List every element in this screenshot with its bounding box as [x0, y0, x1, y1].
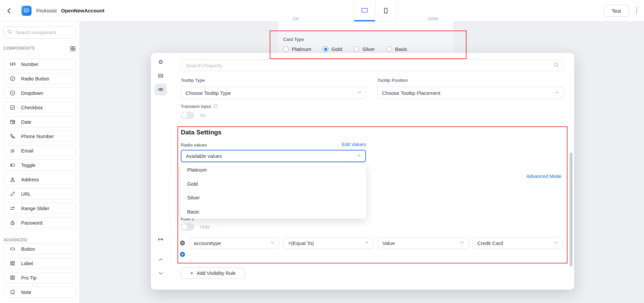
- rule-hide-label: Hide: [200, 224, 210, 230]
- chevron-down-icon: [365, 240, 369, 246]
- sidebar-item-phone-number[interactable]: Phone Number: [3, 131, 76, 142]
- range-slider-icon: [9, 205, 16, 212]
- visibility-eye-icon[interactable]: [155, 83, 167, 96]
- fields-table-icon[interactable]: [155, 70, 167, 82]
- sidebar-item-pro-tip[interactable]: Pro Tip: [3, 272, 76, 283]
- dropdown-option-basic[interactable]: Basic: [181, 205, 366, 219]
- sidebar-item-email[interactable]: @Email: [3, 145, 76, 156]
- button-icon: [9, 246, 16, 252]
- dropdown-option-gold[interactable]: Gold: [181, 177, 366, 191]
- panel-scrollbar[interactable]: [570, 153, 573, 266]
- data-settings-title: Data Settings: [181, 129, 221, 136]
- tab-desktop-preview[interactable]: [354, 0, 375, 21]
- properties-panel: ⚙ ↦: [151, 53, 574, 290]
- sidebar-item-note[interactable]: Note: [3, 287, 76, 298]
- tooltip-type-select[interactable]: Choose Tooltip Type: [181, 87, 366, 99]
- card-type-radio-basic[interactable]: Basic: [386, 46, 408, 52]
- edit-values-link[interactable]: Edit Values: [181, 142, 366, 147]
- property-search: [181, 60, 564, 71]
- number-icon: 123: [9, 61, 16, 68]
- add-condition-icon[interactable]: [180, 252, 185, 257]
- settings-icon[interactable]: ⚙: [155, 56, 167, 68]
- chevron-down-icon: [270, 240, 275, 246]
- device-preview-tabs: [354, 0, 396, 21]
- radio-unselected-icon: [354, 46, 359, 52]
- card-type-radio-group: PlatinumGoldSilverBasic: [283, 46, 407, 52]
- header-divider: [56, 6, 57, 15]
- component-grid-view-icon[interactable]: [70, 46, 76, 52]
- dropdown-option-silver[interactable]: Silver: [181, 191, 366, 205]
- sidebar-item-url[interactable]: URL: [3, 188, 76, 199]
- advanced-section-label: ADVANCED: [3, 238, 28, 242]
- add-visibility-rule-button[interactable]: + Add Visibility Rule: [181, 267, 245, 279]
- sidebar-item-checkbox[interactable]: Checkbox: [3, 102, 76, 113]
- search-icon: [553, 62, 559, 69]
- sidebar-item-label[interactable]: Label: [3, 258, 76, 269]
- checkbox-icon: [9, 104, 16, 111]
- mobile-icon: [384, 8, 387, 13]
- label-icon: [9, 260, 16, 267]
- search-component-input[interactable]: [15, 29, 73, 36]
- sidebar-item-toggle[interactable]: Toggle: [3, 160, 76, 171]
- range-min-clipped: 100: [292, 17, 299, 21]
- sidebar-item-dropdown[interactable]: Dropdown: [3, 87, 76, 99]
- scroll-up-icon[interactable]: [155, 254, 167, 266]
- dropdown-option-platinum[interactable]: Platinum: [181, 163, 366, 177]
- sidebar-item-radio-button[interactable]: Radio Button: [3, 73, 76, 84]
- rule-hide-toggle[interactable]: [181, 223, 194, 231]
- card-type-radio-platinum[interactable]: Platinum: [283, 46, 311, 52]
- password-icon: [9, 220, 16, 226]
- radio-option-label: Basic: [395, 46, 408, 52]
- radio-values-select[interactable]: Available values: [181, 150, 366, 162]
- form-name: OpenNewAccount: [61, 8, 104, 13]
- scroll-down-icon[interactable]: [155, 267, 167, 279]
- chevron-down-icon: [555, 90, 559, 96]
- radio-values-options: PlatinumGoldSilverBasic: [181, 163, 366, 219]
- protip-icon: [9, 275, 16, 281]
- address-icon: [9, 176, 16, 183]
- condition-operator-select[interactable]: =(Equal To): [283, 237, 373, 249]
- test-button[interactable]: Test: [604, 5, 629, 17]
- tooltip-position-select[interactable]: Choose Tooltip Placement: [377, 87, 564, 99]
- component-label: Number: [21, 62, 39, 67]
- card-type-radio-gold[interactable]: Gold: [323, 46, 342, 52]
- date-icon: [9, 119, 16, 125]
- search-property-input[interactable]: [185, 62, 551, 69]
- component-label: Toggle: [21, 163, 36, 168]
- condition-value-select[interactable]: Credit Card: [473, 237, 563, 249]
- sidebar-item-password[interactable]: Password: [3, 217, 76, 228]
- sidebar-item-number[interactable]: 123Number: [3, 59, 76, 70]
- component-label: Email: [21, 148, 33, 154]
- condition-value-type-select[interactable]: Value: [378, 237, 469, 249]
- more-options-icon[interactable]: ⋮: [633, 6, 640, 14]
- plus-icon: +: [190, 270, 194, 277]
- component-label: Dropdown: [21, 90, 43, 96]
- svg-text:?: ?: [214, 105, 216, 108]
- collapse-panel-icon[interactable]: ↦: [155, 233, 167, 245]
- monitor-icon: [362, 8, 367, 13]
- help-icon[interactable]: ?: [213, 104, 218, 109]
- remove-condition-icon[interactable]: [180, 240, 185, 246]
- sidebar-item-date[interactable]: Date: [3, 116, 76, 127]
- note-icon: [9, 289, 16, 296]
- sidebar-item-button[interactable]: Button: [3, 243, 76, 254]
- component-search: [3, 26, 76, 39]
- back-button[interactable]: [5, 7, 13, 15]
- card-type-radio-silver[interactable]: Silver: [354, 46, 375, 52]
- email-icon: @: [9, 147, 16, 154]
- transient-input-label: Transient Input ?: [181, 104, 218, 109]
- url-icon: [9, 191, 16, 197]
- tab-mobile-preview[interactable]: [375, 0, 396, 21]
- condition-field-select[interactable]: accounttype: [189, 237, 279, 249]
- advanced-mode-link[interactable]: Advanced Mode: [377, 174, 561, 179]
- components-list: 123NumberRadio ButtonDropdownCheckboxDat…: [3, 59, 76, 228]
- components-sidebar: COMPONENTS 123NumberRadio ButtonDropdown…: [0, 21, 80, 303]
- component-label: Checkbox: [21, 105, 43, 110]
- panel-icon-rail: ⚙ ↦: [151, 53, 170, 290]
- sidebar-item-range-slider[interactable]: Range Slider: [3, 203, 76, 214]
- sidebar-item-address[interactable]: Address: [3, 174, 76, 185]
- svg-text:123: 123: [9, 62, 15, 66]
- transient-input-toggle[interactable]: [181, 112, 194, 119]
- component-label: Range Slider: [21, 206, 49, 211]
- radio-option-label: Silver: [362, 46, 375, 52]
